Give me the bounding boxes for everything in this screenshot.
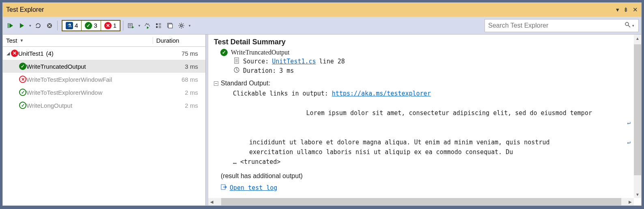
pass-outline-icon [19,102,26,109]
collapse-toggle-icon[interactable]: − [214,81,218,86]
group-name: UnitTest1 [18,50,44,57]
titlebar: Test Explorer ▾ ⇟ ✕ [3,3,641,17]
tree-test-row[interactable]: WriteToTestExplorerWindow 2 ms [3,86,205,99]
detail-duration-row: Duration: 3 ms [233,67,631,75]
playlist-dropdown-icon[interactable]: ▾ [137,24,141,28]
run-all-button[interactable] [5,19,16,32]
repeat-run-button[interactable] [33,19,43,32]
fail-outline-icon [19,76,26,83]
output-text: exercitation ullamco laboris nisi ut ali… [249,148,513,156]
scroll-down-icon[interactable]: ▼ [634,191,641,198]
pass-icon [220,49,228,56]
test-count-filters: 4 3 1 [62,20,121,31]
sort-indicator-icon: ▼ [20,38,24,43]
window-dropdown-icon[interactable]: ▾ [616,6,619,13]
group-by-button[interactable] [153,19,164,32]
tree-group-row[interactable]: ◢ UnitTest1 (4) 75 ms [3,47,205,60]
search-icon[interactable] [625,22,631,29]
settings-button[interactable] [176,19,187,32]
group-count: (4) [46,50,54,57]
search-box[interactable]: ▾ [485,19,639,32]
window-close-icon[interactable]: ✕ [633,6,638,13]
count-failed: 1 [113,22,116,29]
body: Test ▼ Duration ◢ UnitTest1 (4) 75 ms [3,35,641,205]
document-icon [233,57,240,65]
detail-source-row: Source: UnitTest1.cs line 28 [233,57,631,65]
detail-pane: Test Detail Summary WriteTruncatedOutput… [208,35,641,205]
svg-rect-1 [128,24,132,28]
tree-test-row[interactable]: WriteToTestExplorerWindowFail 68 ms [3,73,205,86]
truncated-marker: … <truncated> [233,157,631,167]
test-name: WriteTruncatedOutput [26,63,86,70]
search-input[interactable] [488,22,625,29]
group-duration: 75 ms [161,50,205,57]
open-log-icon [221,184,227,192]
stdout-output: Clickable links in output: https://aka.m… [233,89,631,167]
run-button[interactable] [17,19,27,32]
fail-icon [104,22,112,29]
wrap-indicator-icon: ↵ [627,137,631,146]
test-explorer-window: Test Explorer ▾ ⇟ ✕ ▾ 4 3 [2,2,642,206]
tree-test-row[interactable]: WriteTruncatedOutput 3 ms [3,60,205,73]
test-name: WriteToTestExplorerWindowFail [26,76,112,83]
tree-test-row[interactable]: WriteLongOutput 2 ms [3,99,205,112]
test-duration: 2 ms [161,89,205,96]
filter-all-tests[interactable]: 4 [62,21,82,30]
columns-button[interactable] [165,19,175,32]
test-duration: 68 ms [161,76,205,83]
source-line: line 28 [319,58,345,65]
scrollbar-thumb[interactable] [221,198,621,205]
playlist-button[interactable] [126,19,136,32]
detail-title: Test Detail Summary [214,38,631,46]
filter-passed-tests[interactable]: 3 [82,21,101,30]
expand-toggle-icon[interactable]: ◢ [5,51,11,56]
separator [57,21,58,30]
output-text: Clickable links in output: [233,90,328,97]
flask-icon [66,22,73,29]
test-tree: ◢ UnitTest1 (4) 75 ms WriteTruncatedOutp… [3,47,205,205]
pass-outline-icon [19,89,26,96]
search-dropdown-icon[interactable]: ▾ [631,24,635,28]
window-title: Test Explorer [6,6,616,13]
toolbar: ▾ 4 3 1 ▾ [3,17,641,35]
detail-test-name: WriteTruncatedOutput [231,49,290,56]
vertical-scrollbar[interactable]: ▲ ▼ [634,35,641,198]
additional-output-note: (result has additional output) [221,172,631,180]
output-link[interactable]: https://aka.ms/testexplorer [332,90,431,97]
settings-dropdown-icon[interactable]: ▾ [187,24,192,28]
scrollbar-thumb[interactable] [634,44,641,175]
pass-icon [85,22,92,29]
test-tree-pane: Test ▼ Duration ◢ UnitTest1 (4) 75 ms [3,35,206,205]
svg-rect-3 [168,24,172,28]
column-header-duration[interactable]: Duration [153,37,205,44]
horizontal-scrollbar[interactable]: ◀ ▶ [208,198,634,205]
clock-icon [233,67,240,75]
stdout-section: − Standard Output: Clickable links in ou… [214,80,631,192]
column-header-test[interactable]: Test ▼ [3,37,153,44]
test-duration: 2 ms [161,102,205,109]
source-label: Source: [243,58,269,65]
count-total: 4 [75,22,78,29]
duration-value: 3 ms [279,67,294,74]
scroll-right-icon[interactable]: ▶ [627,198,634,205]
duration-label: Duration: [243,67,276,74]
detail-test-name-row: WriteTruncatedOutput [220,49,631,56]
run-after-build-button[interactable] [142,19,153,32]
output-text: Lorem ipsum dolor sit amet, consectetur … [306,109,592,117]
pass-icon [19,63,26,70]
run-dropdown-icon[interactable]: ▾ [28,24,32,28]
filter-failed-tests[interactable]: 1 [101,21,120,30]
svg-point-5 [625,22,629,26]
wrap-indicator-icon: ↵ [627,118,631,127]
open-test-log-link[interactable]: Open test log [230,184,277,192]
source-file-link[interactable]: UnitTest1.cs [272,58,316,65]
window-pin-icon[interactable]: ⇟ [623,6,629,13]
count-passed: 3 [94,22,97,29]
test-name: WriteToTestExplorerWindow [26,89,102,96]
scroll-up-icon[interactable]: ▲ [634,35,641,42]
separator [123,21,123,30]
fail-icon [11,50,18,57]
cancel-run-button[interactable] [44,19,55,32]
output-text: incididunt ut labore et dolore magna ali… [249,139,550,146]
scroll-left-icon[interactable]: ◀ [208,198,215,205]
